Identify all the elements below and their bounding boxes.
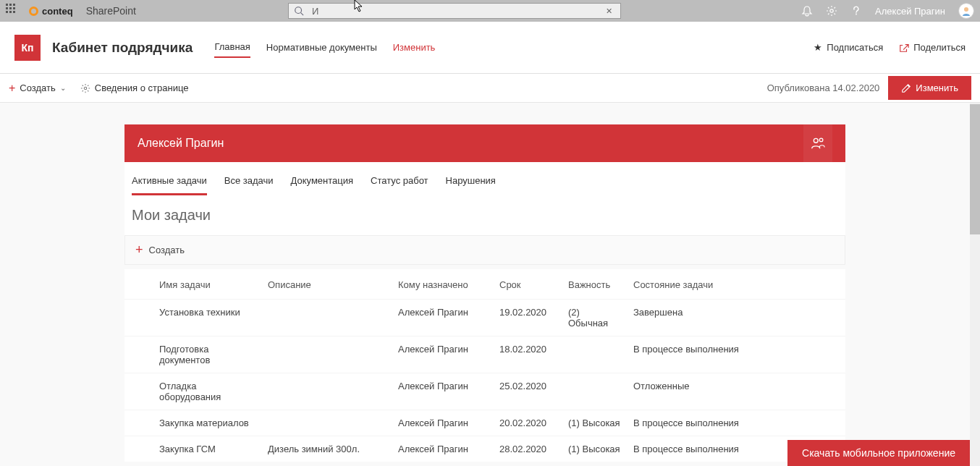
site-header: Кп Кабинет подрядчика Главная Нормативны… bbox=[0, 22, 980, 74]
gear-icon bbox=[80, 83, 90, 93]
header-state[interactable]: Состояние задачи bbox=[628, 269, 845, 300]
banner-user-name: Алексей Прагин bbox=[138, 137, 224, 150]
brand-icon bbox=[29, 7, 38, 16]
svg-point-6 bbox=[819, 138, 823, 142]
header-prio[interactable]: Важность bbox=[562, 269, 628, 300]
site-title[interactable]: Кабинет подрядчика bbox=[52, 40, 193, 56]
header-name[interactable]: Имя задачи bbox=[153, 269, 262, 300]
plus-icon: + bbox=[135, 242, 143, 258]
share-label: Поделиться bbox=[913, 42, 966, 53]
cell-prio bbox=[562, 336, 628, 373]
brand-text: conteq bbox=[42, 6, 73, 17]
svg-point-4 bbox=[84, 87, 87, 90]
cell-desc bbox=[262, 373, 392, 410]
cell-due: 19.02.2020 bbox=[494, 300, 562, 336]
table-row[interactable]: Установка техникиАлексей Прагин19.02.202… bbox=[124, 300, 845, 336]
inner-tabs: Активные задачи Все задачи Документация … bbox=[124, 162, 845, 195]
cell-name[interactable]: Установка техники bbox=[153, 300, 262, 336]
tab-active-tasks[interactable]: Активные задачи bbox=[132, 171, 207, 195]
search-box[interactable]: ✕ bbox=[288, 3, 621, 19]
cell-desc bbox=[262, 336, 392, 373]
tab-all-tasks[interactable]: Все задачи bbox=[224, 171, 274, 195]
published-date: Опубликована 14.02.2020 bbox=[767, 82, 880, 93]
cell-desc bbox=[262, 300, 392, 336]
download-mobile-button[interactable]: Скачать мобильное приложение bbox=[787, 440, 970, 466]
table-row[interactable]: Закупка материаловАлексей Прагин20.02.20… bbox=[124, 410, 845, 436]
header-due[interactable]: Срок bbox=[494, 269, 562, 300]
cell-desc bbox=[262, 410, 392, 436]
cell-prio bbox=[562, 373, 628, 410]
svg-point-2 bbox=[830, 9, 833, 12]
chevron-down-icon: ⌄ bbox=[60, 84, 66, 92]
scrollbar-thumb[interactable] bbox=[970, 104, 980, 234]
page-details-label: Сведения о странице bbox=[95, 82, 189, 93]
notifications-icon[interactable] bbox=[801, 5, 813, 17]
cell-assign[interactable]: Алексей Прагин bbox=[392, 336, 494, 373]
star-icon: ★ bbox=[814, 42, 822, 53]
header-assign[interactable]: Кому назначено bbox=[392, 269, 494, 300]
settings-icon[interactable] bbox=[826, 5, 837, 17]
create-task-button[interactable]: + Создать bbox=[124, 235, 845, 265]
create-task-label: Создать bbox=[149, 245, 185, 255]
table-row[interactable]: Закупка ГСМДизель зимний 300л.Алексей Пр… bbox=[124, 436, 845, 462]
cell-due: 28.02.2020 bbox=[494, 436, 562, 462]
cell-desc: Дизель зимний 300л. bbox=[262, 436, 392, 462]
cell-assign[interactable]: Алексей Прагин bbox=[392, 410, 494, 436]
table-row[interactable]: Подготовка документовАлексей Прагин18.02… bbox=[124, 336, 845, 373]
tab-status[interactable]: Статус работ bbox=[371, 171, 428, 195]
nav-edit[interactable]: Изменить bbox=[393, 38, 436, 57]
cell-state: В процессе выполнения bbox=[628, 336, 845, 373]
site-nav: Главная Нормативные документы Изменить bbox=[214, 22, 435, 73]
cell-assign[interactable]: Алексей Прагин bbox=[392, 300, 494, 336]
cell-state: В процессе выполнения bbox=[628, 410, 845, 436]
cell-due: 18.02.2020 bbox=[494, 336, 562, 373]
site-logo[interactable]: Кп bbox=[14, 35, 41, 61]
cell-name[interactable]: Подготовка документов bbox=[153, 336, 262, 373]
cell-prio: (1) Высокая bbox=[562, 436, 628, 462]
header-desc[interactable]: Описание bbox=[262, 269, 392, 300]
help-icon[interactable] bbox=[850, 5, 862, 17]
table-row[interactable]: Отладка оборудованияАлексей Прагин25.02.… bbox=[124, 373, 845, 410]
cell-name[interactable]: Закупка материалов bbox=[153, 410, 262, 436]
brand-logo: conteq bbox=[29, 6, 73, 17]
share-button[interactable]: Поделиться bbox=[899, 42, 966, 53]
svg-point-3 bbox=[964, 7, 968, 12]
cell-due: 20.02.2020 bbox=[494, 410, 562, 436]
pencil-icon bbox=[901, 83, 911, 93]
create-button[interactable]: + Создать ⌄ bbox=[9, 82, 66, 95]
cell-state: Отложенные bbox=[628, 373, 845, 410]
cell-state: Завершена bbox=[628, 300, 845, 336]
app-launcher-icon[interactable] bbox=[6, 4, 20, 18]
svg-point-5 bbox=[814, 138, 818, 143]
suite-app-name[interactable]: SharePoint bbox=[86, 5, 136, 17]
svg-point-0 bbox=[295, 7, 302, 14]
section-title: Мои задачи bbox=[124, 195, 845, 235]
task-table: Имя задачи Описание Кому назначено Срок … bbox=[124, 269, 845, 462]
tab-violations[interactable]: Нарушения bbox=[446, 171, 496, 195]
cell-name[interactable]: Закупка ГСМ bbox=[153, 436, 262, 462]
cell-name[interactable]: Отладка оборудования bbox=[153, 373, 262, 410]
nav-home[interactable]: Главная bbox=[214, 37, 250, 58]
cell-assign[interactable]: Алексей Прагин bbox=[392, 436, 494, 462]
search-input[interactable] bbox=[309, 6, 606, 17]
cell-assign[interactable]: Алексей Прагин bbox=[392, 373, 494, 410]
table-header-row: Имя задачи Описание Кому назначено Срок … bbox=[124, 269, 845, 300]
user-name-label[interactable]: Алексей Прагин bbox=[875, 6, 945, 17]
suite-bar: conteq SharePoint ✕ Алексей Прагин bbox=[0, 0, 980, 22]
close-icon[interactable]: ✕ bbox=[606, 7, 620, 16]
command-bar: + Создать ⌄ Сведения о странице Опублико… bbox=[0, 74, 980, 103]
people-button[interactable] bbox=[803, 124, 832, 162]
suite-right: Алексей Прагин bbox=[801, 3, 974, 19]
scrollbar-track[interactable] bbox=[970, 103, 980, 466]
page-details-button[interactable]: Сведения о странице bbox=[80, 82, 189, 93]
share-icon bbox=[899, 43, 909, 53]
user-avatar[interactable] bbox=[958, 3, 974, 19]
follow-button[interactable]: ★ Подписаться bbox=[814, 42, 883, 53]
plus-icon: + bbox=[9, 82, 15, 95]
follow-label: Подписаться bbox=[827, 42, 883, 53]
content-area: Алексей Прагин Активные задачи Все задач… bbox=[0, 103, 970, 466]
nav-docs[interactable]: Нормативные документы bbox=[266, 38, 377, 57]
svg-line-1 bbox=[301, 13, 304, 16]
edit-page-button[interactable]: Изменить bbox=[888, 76, 971, 100]
tab-documentation[interactable]: Документация bbox=[291, 171, 354, 195]
